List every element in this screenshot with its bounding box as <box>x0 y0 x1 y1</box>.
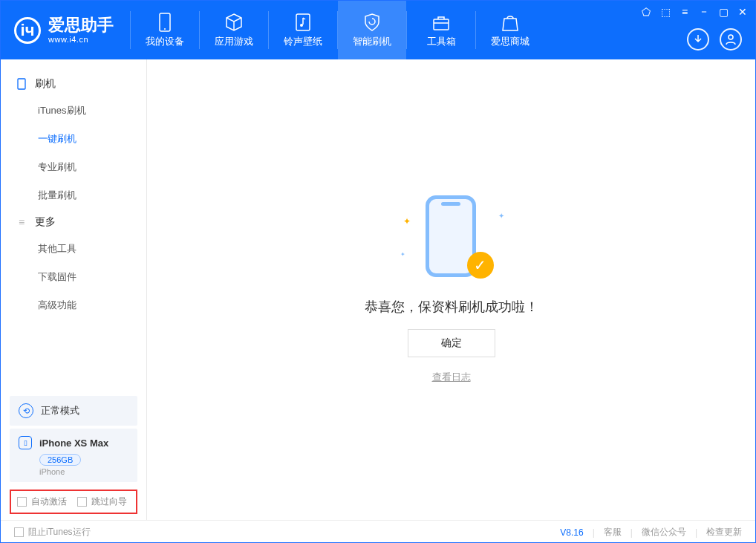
checkmark-badge-icon: ✓ <box>467 252 494 279</box>
sidebar-group-more: ≡ 更多 <box>1 209 146 235</box>
svg-rect-6 <box>18 79 25 89</box>
music-icon <box>293 13 313 32</box>
phone-icon <box>16 78 27 90</box>
header-bar: iч 爱思助手 www.i4.cn 我的设备 应用游戏 铃声壁纸 智能刷机 工 <box>1 1 755 59</box>
sparkle-icon: ✦ <box>498 212 504 220</box>
tab-label: 工具箱 <box>427 35 456 48</box>
checkbox-label: 跳过向导 <box>91 495 127 508</box>
minimize-icon[interactable]: － <box>697 5 711 19</box>
sparkle-icon: ✦ <box>400 251 405 258</box>
bag-icon <box>501 13 520 32</box>
svg-point-1 <box>164 28 166 30</box>
logo-area: iч 爱思助手 www.i4.cn <box>1 1 130 59</box>
success-message: 恭喜您，保资料刷机成功啦！ <box>365 298 538 316</box>
group-title: 更多 <box>35 215 56 229</box>
sidebar-bottom: ⟲ 正常模式 ▯ iPhone XS Max 256GB iPhone 自动激活 <box>1 393 146 520</box>
view-log-link[interactable]: 查看日志 <box>432 371 471 384</box>
maximize-icon[interactable]: ▢ <box>717 5 730 19</box>
svg-point-3 <box>300 24 303 27</box>
top-tabs: 我的设备 应用游戏 铃声壁纸 智能刷机 工具箱 爱思商城 <box>131 1 544 59</box>
svg-rect-4 <box>434 19 449 30</box>
tab-label: 铃声壁纸 <box>284 35 322 48</box>
checkbox-icon <box>77 497 87 507</box>
divider: | <box>695 527 697 538</box>
cube-icon <box>224 13 244 32</box>
logo-text: 爱思助手 www.i4.cn <box>48 16 114 43</box>
shield-icon <box>362 13 382 32</box>
sidebar-item-itunes-flash[interactable]: iTunes刷机 <box>1 97 146 125</box>
menu-icon[interactable]: ≡ <box>678 5 691 19</box>
tab-label: 智能刷机 <box>353 35 391 48</box>
body: 刷机 iTunes刷机 一键刷机 专业刷机 批量刷机 ≡ 更多 其他工具 下载固… <box>1 59 755 520</box>
tab-ringtone-wallpaper[interactable]: 铃声壁纸 <box>269 1 337 59</box>
footer-right: V8.16 | 客服 | 微信公众号 | 检查更新 <box>560 526 742 539</box>
sidebar-item-pro-flash[interactable]: 专业刷机 <box>1 153 146 181</box>
phone-small-icon: ▯ <box>19 436 32 449</box>
tab-smart-flash[interactable]: 智能刷机 <box>338 1 406 59</box>
refresh-icon: ⟲ <box>19 403 33 418</box>
divider: | <box>630 527 633 538</box>
device-row: ▯ iPhone XS Max <box>19 436 128 449</box>
app-subtitle: www.i4.cn <box>48 35 114 44</box>
toolbox-icon <box>431 13 451 32</box>
footer-link-support[interactable]: 客服 <box>604 526 622 539</box>
checkbox-auto-activate[interactable]: 自动激活 <box>17 495 67 508</box>
footer-link-update[interactable]: 检查更新 <box>706 526 742 539</box>
sidebar-item-batch-flash[interactable]: 批量刷机 <box>1 181 146 209</box>
svg-point-5 <box>729 35 733 39</box>
app-logo-icon: iч <box>14 17 41 44</box>
tab-my-device[interactable]: 我的设备 <box>131 1 199 59</box>
checkbox-block-itunes[interactable]: 阻止iTunes运行 <box>14 526 91 539</box>
checkbox-icon <box>17 497 27 507</box>
mode-box[interactable]: ⟲ 正常模式 <box>10 396 137 426</box>
tab-label: 应用游戏 <box>215 35 253 48</box>
tab-store[interactable]: 爱思商城 <box>476 1 544 59</box>
window-controls: ⬠ ⬚ ≡ － ▢ ✕ <box>639 5 749 19</box>
checkbox-label: 自动激活 <box>31 495 67 508</box>
close-icon[interactable]: ✕ <box>736 5 749 19</box>
shirt-icon[interactable]: ⬠ <box>639 5 653 19</box>
sidebar-item-download-firmware[interactable]: 下载固件 <box>1 263 146 291</box>
version-label: V8.16 <box>560 527 583 538</box>
header-actions <box>687 28 742 51</box>
divider: | <box>593 527 595 538</box>
ok-button[interactable]: 确定 <box>408 329 495 357</box>
mode-label: 正常模式 <box>41 404 79 417</box>
sidebar: 刷机 iTunes刷机 一键刷机 专业刷机 批量刷机 ≡ 更多 其他工具 下载固… <box>1 59 147 520</box>
footer-link-wechat[interactable]: 微信公众号 <box>642 526 686 539</box>
tab-apps-games[interactable]: 应用游戏 <box>200 1 268 59</box>
checkbox-label: 阻止iTunes运行 <box>28 526 91 539</box>
storage-badge: 256GB <box>39 454 81 466</box>
lock-icon[interactable]: ⬚ <box>659 5 672 19</box>
group-title: 刷机 <box>35 77 56 91</box>
download-icon[interactable] <box>687 28 709 51</box>
tab-toolbox[interactable]: 工具箱 <box>407 1 475 59</box>
device-box[interactable]: ▯ iPhone XS Max 256GB iPhone <box>10 429 137 482</box>
sidebar-item-advanced[interactable]: 高级功能 <box>1 291 146 319</box>
sidebar-item-oneclick-flash[interactable]: 一键刷机 <box>1 125 146 153</box>
checkbox-icon <box>14 527 24 537</box>
main-content: ✦ ✦ ✦ ✓ 恭喜您，保资料刷机成功啦！ 确定 查看日志 <box>147 59 755 520</box>
sidebar-item-other-tools[interactable]: 其他工具 <box>1 235 146 263</box>
tab-label: 我的设备 <box>146 35 184 48</box>
footer-bar: 阻止iTunes运行 V8.16 | 客服 | 微信公众号 | 检查更新 <box>1 520 755 543</box>
success-illustration: ✦ ✦ ✦ ✓ <box>396 195 507 284</box>
list-icon: ≡ <box>16 216 27 228</box>
device-name: iPhone XS Max <box>39 438 108 449</box>
checkbox-skip-guide[interactable]: 跳过向导 <box>77 495 127 508</box>
tab-label: 爱思商城 <box>491 35 529 48</box>
sidebar-group-flash: 刷机 <box>1 71 146 97</box>
device-icon <box>155 13 175 32</box>
flash-options-highlighted: 自动激活 跳过向导 <box>10 490 137 514</box>
sparkle-icon: ✦ <box>403 216 411 227</box>
app-title: 爱思助手 <box>48 16 114 34</box>
user-icon[interactable] <box>720 28 742 51</box>
device-type: iPhone <box>39 467 128 476</box>
